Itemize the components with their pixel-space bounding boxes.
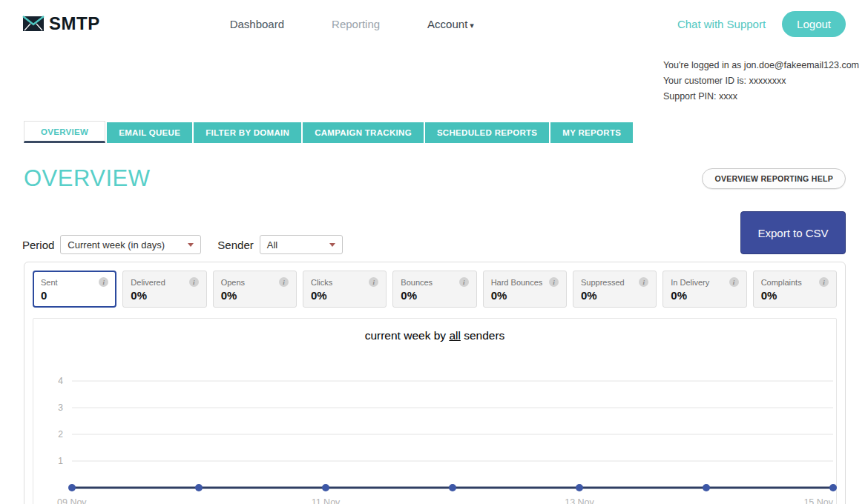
sender-label: Sender: [217, 239, 253, 251]
main-nav: Dashboard Reporting Account▾: [230, 18, 474, 30]
stat-card-complaints[interactable]: Complaintsi 0%: [753, 271, 837, 308]
stat-label: In Delivery: [671, 278, 709, 287]
logged-in-as-label: You're logged in as: [663, 60, 741, 70]
chart-title-suffix: senders: [461, 329, 504, 342]
caret-down-icon: [188, 243, 194, 247]
chevron-down-icon: ▾: [470, 21, 474, 30]
tab-email-queue[interactable]: EMAIL QUEUE: [107, 122, 192, 143]
customer-id-line: Your customer ID is: xxxxxxxx: [663, 73, 859, 89]
info-icon[interactable]: i: [189, 277, 199, 287]
stat-card-delivered[interactable]: Deliveredi 0%: [122, 271, 206, 308]
stat-card-sent[interactable]: Senti 0: [33, 271, 116, 308]
stat-card-clicks[interactable]: Clicksi 0%: [303, 271, 387, 308]
svg-text:2: 2: [58, 429, 63, 440]
stat-card-bounces[interactable]: Bouncesi 0%: [392, 271, 476, 308]
filters: Period Current week (in days) Sender All: [22, 235, 343, 254]
customer-id-label: Your customer ID is:: [663, 76, 746, 86]
overview-panel: Senti 0 Deliveredi 0% Opensi 0% Clicksi …: [24, 262, 846, 504]
nav-account-menu[interactable]: Account▾: [427, 18, 474, 30]
stat-value: 0%: [671, 289, 738, 302]
info-icon[interactable]: i: [819, 277, 829, 287]
logged-in-email: jon.doe@fakeemail123.com: [744, 60, 859, 70]
stats-row: Senti 0 Deliveredi 0% Opensi 0% Clicksi …: [33, 271, 837, 308]
stat-value: 0%: [761, 289, 829, 302]
stat-label: Bounces: [401, 278, 433, 287]
tab-filter-by-domain[interactable]: FILTER BY DOMAIN: [194, 122, 301, 143]
header-right: Chat with Support Logout: [677, 11, 846, 37]
info-icon[interactable]: i: [459, 277, 469, 287]
chart-area: current week by all senders 123409 Nov11…: [33, 318, 837, 504]
stat-value: 0%: [311, 289, 378, 302]
title-row: OVERVIEW OVERVIEW REPORTING HELP: [24, 165, 846, 192]
nav-account-label: Account: [427, 18, 467, 30]
account-info-block: You're logged in as jon.doe@fakeemail123…: [0, 58, 868, 105]
stat-card-opens[interactable]: Opensi 0%: [213, 271, 297, 308]
chat-with-support-link[interactable]: Chat with Support: [677, 18, 766, 30]
chart-title-all: all: [449, 329, 461, 342]
nav-reporting[interactable]: Reporting: [332, 18, 380, 30]
stat-label: Hard Bounces: [491, 278, 543, 287]
smtp-logo: SMTP: [22, 13, 100, 34]
svg-text:1: 1: [58, 456, 63, 466]
stat-card-hard-bounces[interactable]: Hard Bouncesi 0%: [483, 271, 567, 308]
line-chart: 123409 Nov11 Nov13 Nov15 Nov: [33, 350, 844, 504]
stat-value: 0%: [401, 289, 468, 302]
stat-card-suppressed[interactable]: Suppressedi 0%: [573, 271, 657, 308]
info-icon[interactable]: i: [369, 277, 378, 287]
stat-value: 0%: [491, 289, 559, 302]
info-icon[interactable]: i: [639, 277, 648, 287]
nav-dashboard[interactable]: Dashboard: [230, 18, 284, 30]
sender-select[interactable]: All: [260, 235, 343, 254]
tab-campaign-tracking[interactable]: CAMPAIGN TRACKING: [303, 122, 424, 143]
period-label: Period: [22, 239, 54, 251]
support-pin-line: Support PIN: xxxx: [663, 89, 859, 105]
overview-reporting-help-button[interactable]: OVERVIEW REPORTING HELP: [702, 168, 846, 189]
info-icon[interactable]: i: [279, 277, 289, 287]
support-pin-label: Support PIN:: [663, 91, 717, 102]
stat-value: 0%: [131, 289, 198, 302]
svg-text:11 Nov: 11 Nov: [312, 497, 341, 504]
support-pin-value: xxxx: [719, 91, 737, 102]
envelope-icon: [22, 16, 45, 32]
top-header: SMTP Dashboard Reporting Account▾ Chat w…: [0, 0, 868, 47]
logo-text: SMTP: [49, 13, 100, 34]
info-icon[interactable]: i: [549, 277, 559, 287]
chart-title-prefix: current week by: [365, 329, 450, 342]
caret-down-icon: [329, 243, 335, 247]
stat-label: Clicks: [311, 278, 332, 287]
chart-title: current week by all senders: [33, 329, 836, 342]
logout-button[interactable]: Logout: [782, 11, 846, 37]
page-title: OVERVIEW: [24, 165, 151, 192]
controls-row: Period Current week (in days) Sender All…: [22, 211, 846, 254]
stat-card-in-delivery[interactable]: In Deliveryi 0%: [662, 271, 746, 308]
svg-text:3: 3: [58, 402, 63, 413]
tab-my-reports[interactable]: MY REPORTS: [550, 122, 633, 143]
stat-label: Complaints: [761, 278, 802, 287]
stat-label: Suppressed: [581, 278, 625, 287]
customer-id-value: xxxxxxxx: [749, 76, 786, 86]
stat-value: 0: [41, 289, 108, 302]
logged-in-as-line: You're logged in as jon.doe@fakeemail123…: [663, 58, 859, 73]
stat-value: 0%: [581, 289, 648, 302]
svg-text:15 Nov: 15 Nov: [803, 497, 833, 504]
tab-scheduled-reports[interactable]: SCHEDULED REPORTS: [425, 122, 549, 143]
svg-text:13 Nov: 13 Nov: [565, 497, 594, 504]
sender-select-value: All: [267, 239, 277, 251]
report-tabs: OVERVIEW EMAIL QUEUE FILTER BY DOMAIN CA…: [24, 121, 846, 143]
stat-label: Sent: [41, 278, 58, 287]
period-select[interactable]: Current week (in days): [60, 235, 201, 254]
stat-label: Opens: [221, 278, 245, 287]
stat-value: 0%: [221, 289, 289, 302]
export-to-csv-button[interactable]: Export to CSV: [740, 211, 846, 254]
tab-overview[interactable]: OVERVIEW: [24, 121, 105, 143]
info-icon[interactable]: i: [99, 277, 108, 287]
svg-text:09 Nov: 09 Nov: [57, 497, 87, 504]
svg-text:4: 4: [58, 376, 63, 386]
stat-label: Delivered: [131, 278, 165, 287]
period-select-value: Current week (in days): [68, 239, 165, 251]
info-icon[interactable]: i: [729, 277, 739, 287]
